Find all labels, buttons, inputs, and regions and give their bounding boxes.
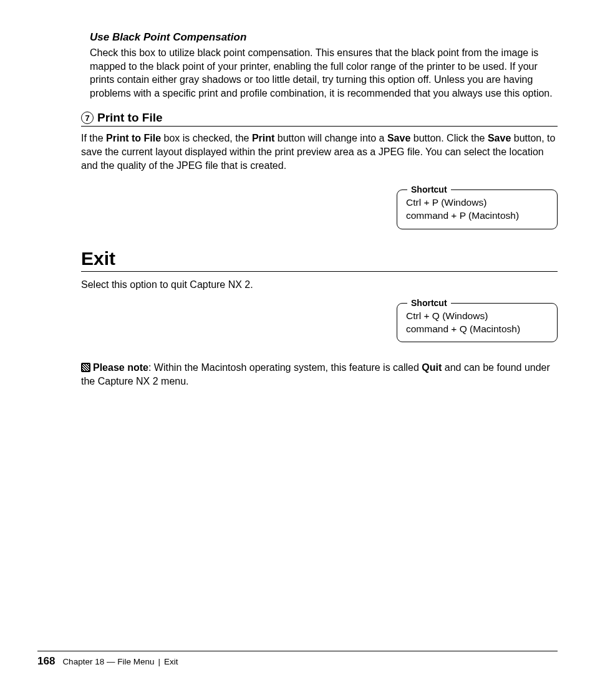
shortcut-row: Shortcut Ctrl + P (Windows) command + P … [81, 189, 558, 229]
exit-heading: Exit [81, 248, 558, 272]
shortcut-row: Shortcut Ctrl + Q (Windows) command + Q … [81, 303, 558, 343]
shortcut-box-print: Shortcut Ctrl + P (Windows) command + P … [397, 189, 558, 229]
page-footer: 168 Chapter 18 — File Menu | Exit [37, 651, 558, 668]
print-to-file-heading-text: Print to File [97, 111, 163, 125]
bpc-body: Check this box to utilize black point co… [90, 46, 558, 100]
page-number: 168 [37, 655, 55, 668]
bold-text: Save [488, 133, 511, 143]
print-to-file-body: If the Print to File box is checked, the… [81, 132, 558, 172]
note-paragraph: Please note: Within the Macintosh operat… [81, 361, 558, 388]
circled-number-icon: 7 [81, 112, 94, 124]
bold-text: Save [387, 133, 410, 143]
shortcut-box-exit: Shortcut Ctrl + Q (Windows) command + Q … [397, 303, 558, 343]
shortcut-line: command + Q (Macintosh) [406, 323, 548, 336]
footer-separator: | [158, 657, 160, 666]
shortcut-legend: Shortcut [407, 184, 451, 196]
exit-body: Select this option to quit Capture NX 2. [81, 278, 558, 292]
note-icon [81, 363, 90, 372]
bold-text: Print [252, 133, 274, 143]
footer-title: Exit [164, 657, 178, 666]
text: button will change into a [274, 133, 387, 143]
text: button. Click the [410, 133, 488, 143]
note-lead: Please note [93, 362, 148, 373]
text: box is checked, the [161, 133, 252, 143]
text: : Within the Macintosh operating system,… [148, 362, 422, 373]
bpc-heading: Use Black Point Compensation [90, 31, 558, 44]
page: Use Black Point Compensation Check this … [0, 0, 595, 700]
bold-text: Quit [422, 362, 442, 373]
shortcut-line: Ctrl + Q (Windows) [406, 310, 548, 323]
shortcut-line: Ctrl + P (Windows) [406, 196, 548, 209]
footer-chapter: Chapter 18 — File Menu [62, 657, 154, 666]
print-to-file-heading: 7 Print to File [81, 111, 558, 127]
shortcut-legend: Shortcut [407, 297, 451, 309]
bold-text: Print to File [106, 133, 161, 143]
shortcut-line: command + P (Macintosh) [406, 209, 548, 223]
text: If the [81, 133, 106, 143]
